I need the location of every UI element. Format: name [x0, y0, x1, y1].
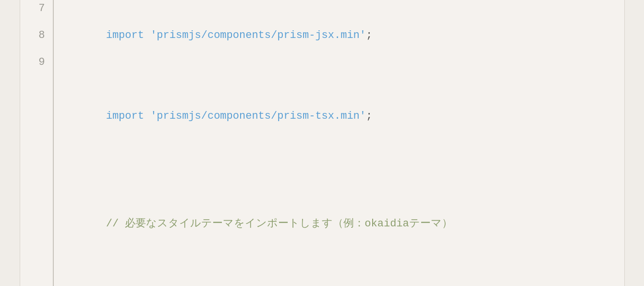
code-line-4: import 'prismjs/components/prism-tsx.min… [68, 76, 610, 157]
string-token: 'prismjs/components/prism-jsx.min' [150, 29, 366, 41]
space-token [144, 29, 150, 41]
line-number-8: 8 [28, 22, 45, 49]
code-line-7: import 'prismjs/themes/prism-okaidia.min… [68, 264, 610, 286]
string-token: 'prismjs/components/prism-tsx.min' [150, 110, 366, 122]
semi-token: ; [366, 29, 372, 41]
line-numbers-gutter: 1 2 3 4 5 6 7 8 9 [20, 0, 54, 286]
line-number-9: 9 [28, 49, 45, 76]
space-token [144, 110, 150, 122]
code-block: 1 2 3 4 5 6 7 8 9 // src/prism.ts import… [20, 0, 625, 286]
code-content: // src/prism.ts import * as Prism from '… [54, 0, 624, 286]
keyword-token: import [106, 29, 144, 41]
code-line-6: // 必要なスタイルテーマをインポートします（例：okaidiaテーマ） [68, 184, 610, 264]
keyword-token: import [106, 110, 144, 122]
code-line-5 [68, 157, 610, 184]
line-number-7: 7 [28, 0, 45, 22]
code-line-3: import 'prismjs/components/prism-jsx.min… [68, 0, 610, 76]
comment-token: // 必要なスタイルテーマをインポートします（例：okaidiaテーマ） [106, 218, 452, 230]
semi-token: ; [366, 110, 372, 122]
